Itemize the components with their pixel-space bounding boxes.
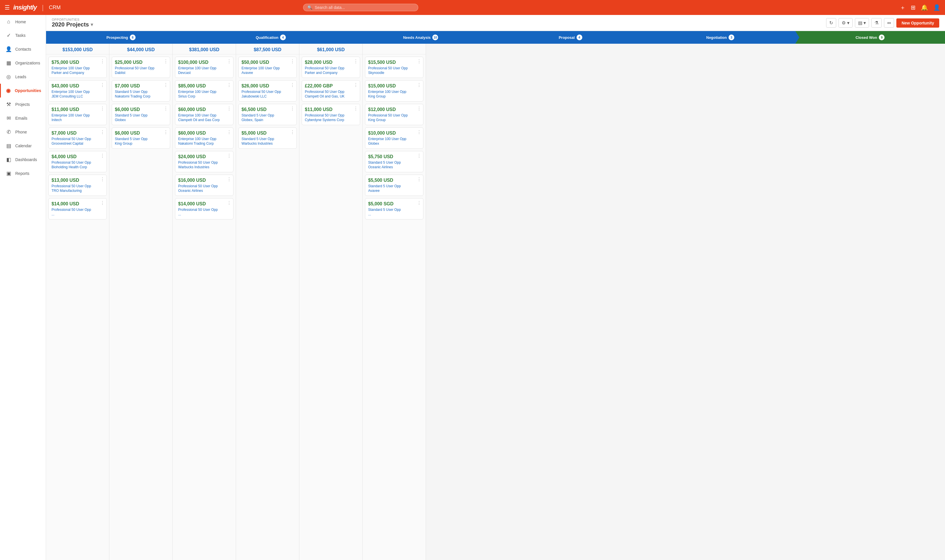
kanban-card[interactable]: ⋮ $4,000 USD Professional 50 User Opp Bi… [48,151,107,172]
kanban-card[interactable]: ⋮ $24,000 USD Professional 50 User Opp W… [175,151,233,172]
card-company[interactable]: Clampett Oil and Gas Corp [178,118,230,122]
card-company[interactable]: ... [368,212,420,216]
kanban-card[interactable]: ⋮ $10,000 USD Enterprise 100 User Opp Gl… [365,128,424,149]
card-company[interactable]: Oceanic Airlines [178,189,230,193]
kanban-card[interactable]: ⋮ $60,000 USD Enterprise 100 User Opp Cl… [175,104,233,125]
card-company[interactable]: Oceanic Airlines [368,165,420,169]
stage-proposal[interactable]: Proposal 4 [496,31,646,44]
card-menu-icon[interactable]: ⋮ [227,83,231,88]
card-company[interactable]: King Group [368,118,420,122]
kanban-card[interactable]: ⋮ $85,000 USD Enterprise 100 User Opp Si… [175,80,233,102]
card-menu-icon[interactable]: ⋮ [100,130,105,135]
card-menu-icon[interactable]: ⋮ [227,106,231,111]
kanban-card[interactable]: ⋮ $15,000 USD Enterprise 100 User Opp Ki… [365,80,424,102]
card-company[interactable]: ... [51,212,103,216]
kanban-card[interactable]: ⋮ $16,000 USD Professional 50 User Opp O… [175,175,233,196]
kanban-card[interactable]: ⋮ $5,750 USD Standard 5 User Opp Oceanic… [365,151,424,172]
card-menu-icon[interactable]: ⋮ [227,177,231,182]
sidebar-item-projects[interactable]: ⚒ Projects [0,97,46,111]
card-company[interactable]: Bioholding Health Corp [51,165,103,169]
card-company[interactable]: King Group [368,94,420,98]
card-menu-icon[interactable]: ⋮ [163,106,168,111]
card-menu-icon[interactable]: ⋮ [417,201,421,205]
kanban-card[interactable]: ⋮ $5,000 SGD Standard 5 User Opp ... [365,198,424,220]
hamburger-menu[interactable]: ☰ [5,4,10,11]
stage-prospecting[interactable]: Prospecting 8 [46,31,196,44]
sidebar-item-phone[interactable]: ✆ Phone [0,125,46,139]
refresh-button[interactable]: ↻ [826,18,836,28]
card-company[interactable]: Initech [51,118,103,122]
card-menu-icon[interactable]: ⋮ [100,154,105,158]
kanban-card[interactable]: ⋮ $12,000 USD Professional 50 User Opp K… [365,104,424,125]
card-menu-icon[interactable]: ⋮ [163,83,168,88]
card-menu-icon[interactable]: ⋮ [353,59,358,64]
kanban-card[interactable]: ⋮ $60,000 USD Enterprise 100 User Opp Na… [175,128,233,149]
card-company[interactable]: Avavee [368,189,420,193]
card-company[interactable]: TRO Manufacturing [51,189,103,193]
card-company[interactable]: King Group [115,142,167,146]
kanban-card[interactable]: ⋮ $14,000 USD Professional 50 User Opp .… [48,198,107,220]
card-menu-icon[interactable]: ⋮ [163,59,168,64]
card-menu-icon[interactable]: ⋮ [290,106,295,111]
search-input[interactable] [314,5,414,10]
card-company[interactable]: Skynoodle [368,71,420,75]
kanban-card[interactable]: ⋮ $5,000 USD Standard 5 User Opp Warbuck… [238,128,297,149]
stage-negotiation[interactable]: Negotiation 3 [645,31,795,44]
card-company[interactable]: Jakubowski LLC [242,94,294,98]
card-company[interactable]: Warbucks Industries [242,142,294,146]
stage-closed-won[interactable]: Closed Won 9 [795,31,945,44]
kanban-card[interactable]: ⋮ $6,500 USD Standard 5 User Opp Globex,… [238,104,297,125]
card-company[interactable]: Cyberdyne Systems Corp [305,118,357,122]
sidebar-item-leads[interactable]: ◎ Leads [0,70,46,84]
card-company[interactable]: ... [178,212,230,216]
card-company[interactable]: Nakatomi Trading Corp [178,142,230,146]
kanban-card[interactable]: ⋮ $28,000 USD Professional 50 User Opp P… [302,57,360,78]
card-company[interactable]: Devcast [178,71,230,75]
kanban-card[interactable]: ⋮ $75,000 USD Enterprise 100 User Opp Pa… [48,57,107,78]
kanban-card[interactable]: ⋮ $15,500 USD Professional 50 User Opp S… [365,57,424,78]
kanban-card[interactable]: ⋮ £22,000 GBP Professional 50 User Opp C… [302,80,360,102]
card-menu-icon[interactable]: ⋮ [417,177,421,182]
card-menu-icon[interactable]: ⋮ [100,83,105,88]
kanban-card[interactable]: ⋮ $6,000 USD Standard 5 User Opp King Gr… [112,128,170,149]
card-company[interactable]: Globex [115,118,167,122]
kanban-card[interactable]: ⋮ $5,500 USD Standard 5 User Opp Avavee [365,175,424,196]
settings-button[interactable]: ⚙ ▾ [839,18,853,28]
stage-qualification[interactable]: Qualification 4 [196,31,346,44]
card-menu-icon[interactable]: ⋮ [417,59,421,64]
kanban-card[interactable]: ⋮ $26,000 USD Professional 50 User Opp J… [238,80,297,102]
card-menu-icon[interactable]: ⋮ [417,106,421,111]
kanban-card[interactable]: ⋮ $50,000 USD Enterprise 100 User Opp Av… [238,57,297,78]
card-menu-icon[interactable]: ⋮ [227,59,231,64]
grid-icon[interactable]: ⊞ [911,4,916,11]
columns-button[interactable]: ⇔ [884,18,894,28]
search-bar[interactable]: 🔍 [303,4,418,11]
card-menu-icon[interactable]: ⋮ [290,83,295,88]
sidebar-item-organizations[interactable]: ▦ Organizations [0,56,46,70]
card-menu-icon[interactable]: ⋮ [100,59,105,64]
card-menu-icon[interactable]: ⋮ [417,130,421,135]
notifications-icon[interactable]: 🔔 [921,4,928,11]
card-menu-icon[interactable]: ⋮ [417,154,421,158]
card-menu-icon[interactable]: ⋮ [417,83,421,88]
sidebar-item-opportunities[interactable]: ◉ Opportunities [0,84,46,97]
card-company[interactable]: Groovestreet Capital [51,142,103,146]
kanban-card[interactable]: ⋮ $11,000 USD Professional 50 User Opp C… [302,104,360,125]
kanban-card[interactable]: ⋮ $43,000 USD Enterprise 100 User Opp JE… [48,80,107,102]
card-company[interactable]: Sirius Corp [178,94,230,98]
sidebar-item-emails[interactable]: ✉ Emails [0,111,46,125]
sidebar-item-dashboards[interactable]: ◧ Dashboards [0,153,46,166]
sidebar-item-home[interactable]: ⌂ Home [0,15,46,28]
card-company[interactable]: Clampett Oil and Gas, UK [305,94,357,98]
profile-icon[interactable]: 👤 [933,4,940,11]
card-company[interactable]: Parker and Company [51,71,103,75]
card-menu-icon[interactable]: ⋮ [100,201,105,205]
kanban-card[interactable]: ⋮ $100,000 USD Enterprise 100 User Opp D… [175,57,233,78]
card-company[interactable]: Avavee [242,71,294,75]
card-menu-icon[interactable]: ⋮ [227,154,231,158]
new-opportunity-button[interactable]: New Opportunity [896,18,939,28]
kanban-card[interactable]: ⋮ $6,000 USD Standard 5 User Opp Globex [112,104,170,125]
card-company[interactable]: JEM Consulting LLC [51,94,103,98]
filter-button[interactable]: ⚗ [871,18,882,28]
kanban-card[interactable]: ⋮ $7,000 USD Standard 5 User Opp Nakatom… [112,80,170,102]
